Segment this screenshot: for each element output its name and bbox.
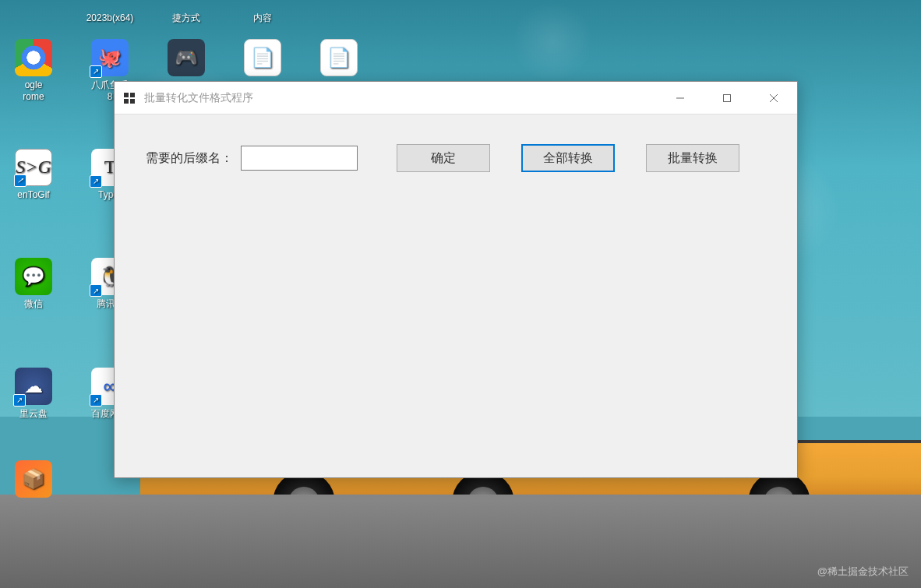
window-title: 批量转化文件格式程序 <box>144 91 657 105</box>
chrome-icon <box>15 39 52 76</box>
svg-rect-3 <box>130 99 135 104</box>
gamepad-icon: 🎮 <box>168 39 205 76</box>
desktop-icon-blank[interactable]: 捷方式 <box>156 0 217 25</box>
shortcut-arrow-icon: ↗ <box>13 394 26 407</box>
batch-convert-button[interactable]: 批量转换 <box>646 144 739 172</box>
desktop-icon-box[interactable]: 📦 <box>3 460 64 501</box>
desktop-icon-blank[interactable] <box>3 0 64 25</box>
file-icon: 📄 <box>320 39 358 76</box>
desktop-icon-label: ogle rome <box>23 79 44 104</box>
shortcut-arrow-icon: ↗ <box>90 65 102 78</box>
desktop-icon-blank[interactable] <box>309 0 369 25</box>
desktop-icon-label: 捷方式 <box>172 12 200 25</box>
desktop-icon-wechat[interactable]: 💬微信 <box>3 258 64 311</box>
desktop-icon-label: 内容 <box>253 12 272 25</box>
close-button[interactable] <box>750 82 797 114</box>
window-content: 需要的后缀名： 确定 全部转换 批量转换 <box>115 114 797 477</box>
wechat-icon: 💬 <box>15 258 52 295</box>
desktop-icon-blank[interactable]: 2023b(x64) <box>79 0 140 25</box>
cloud-icon: ☁↗ <box>15 368 52 405</box>
desktop-icon-blank[interactable]: 内容 <box>232 0 293 25</box>
desktop-icon-label: 2023b(x64) <box>86 12 134 25</box>
shortcut-arrow-icon: ↗ <box>90 394 102 407</box>
file-icon: 📄 <box>244 39 281 76</box>
desktop-icon-label: enToGif <box>17 189 49 202</box>
svg-rect-1 <box>130 93 135 97</box>
octopus-icon: 🐙↗ <box>91 39 129 76</box>
desktop-icon-label: 里云盘 <box>19 408 48 421</box>
shortcut-arrow-icon: ↗ <box>14 174 26 187</box>
desktop-icon-s2g[interactable]: S>G↗enToGif <box>3 149 64 202</box>
watermark-text: @稀土掘金技术社区 <box>817 565 909 579</box>
maximize-button[interactable] <box>704 82 750 114</box>
convert-all-button[interactable]: 全部转换 <box>521 144 615 172</box>
desktop-icon-cloud[interactable]: ☁↗里云盘 <box>3 368 64 432</box>
window-titlebar[interactable]: 批量转化文件格式程序 <box>115 82 797 114</box>
box-icon: 📦 <box>15 460 52 498</box>
s2g-icon: S>G↗ <box>15 149 52 186</box>
suffix-input[interactable] <box>241 146 358 171</box>
svg-rect-2 <box>124 99 129 104</box>
shortcut-arrow-icon: ↗ <box>90 175 102 188</box>
svg-rect-0 <box>124 93 129 97</box>
desktop-icon-label: 微信 <box>24 298 43 311</box>
confirm-button[interactable]: 确定 <box>397 144 490 172</box>
suffix-label: 需要的后缀名： <box>146 150 233 167</box>
desktop-icon-chrome[interactable]: ogle rome <box>3 39 64 104</box>
shortcut-arrow-icon: ↗ <box>90 284 102 297</box>
app-icon <box>122 91 136 105</box>
app-window: 批量转化文件格式程序 需要的后缀名： 确定 全部转换 批量转换 <box>114 81 798 478</box>
svg-rect-5 <box>724 94 731 101</box>
minimize-button[interactable] <box>657 82 704 114</box>
